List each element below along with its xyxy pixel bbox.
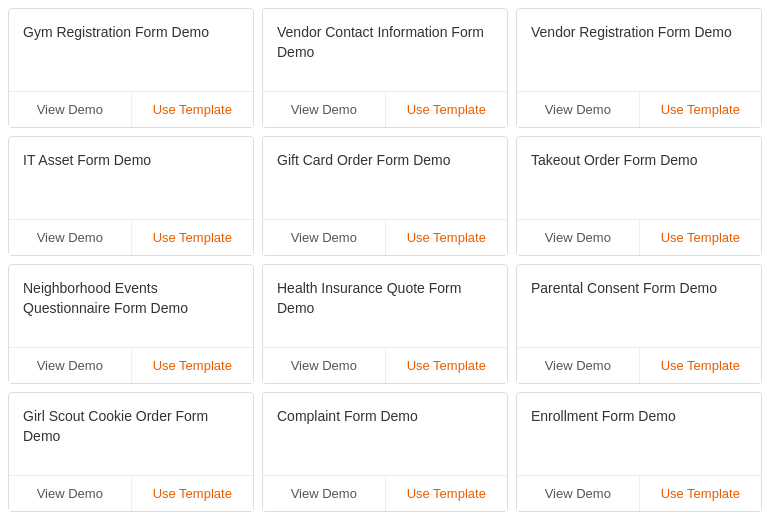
use-template-button-takeout-order[interactable]: Use Template — [640, 220, 762, 255]
card-title-parental-consent: Parental Consent Form Demo — [517, 265, 761, 347]
view-demo-button-gym-registration[interactable]: View Demo — [9, 92, 132, 127]
card-title-neighborhood-events: Neighborhood Events Questionnaire Form D… — [9, 265, 253, 347]
card-health-insurance: Health Insurance Quote Form DemoView Dem… — [262, 264, 508, 384]
view-demo-button-neighborhood-events[interactable]: View Demo — [9, 348, 132, 383]
cards-grid: Gym Registration Form DemoView DemoUse T… — [0, 0, 770, 520]
card-actions-health-insurance: View DemoUse Template — [263, 347, 507, 383]
card-actions-it-asset: View DemoUse Template — [9, 219, 253, 255]
use-template-button-it-asset[interactable]: Use Template — [132, 220, 254, 255]
card-it-asset: IT Asset Form DemoView DemoUse Template — [8, 136, 254, 256]
card-vendor-contact: Vendor Contact Information Form DemoView… — [262, 8, 508, 128]
card-neighborhood-events: Neighborhood Events Questionnaire Form D… — [8, 264, 254, 384]
card-title-girl-scout: Girl Scout Cookie Order Form Demo — [9, 393, 253, 475]
card-title-takeout-order: Takeout Order Form Demo — [517, 137, 761, 219]
view-demo-button-gift-card-order[interactable]: View Demo — [263, 220, 386, 255]
card-takeout-order: Takeout Order Form DemoView DemoUse Temp… — [516, 136, 762, 256]
use-template-button-neighborhood-events[interactable]: Use Template — [132, 348, 254, 383]
view-demo-button-takeout-order[interactable]: View Demo — [517, 220, 640, 255]
use-template-button-health-insurance[interactable]: Use Template — [386, 348, 508, 383]
card-actions-parental-consent: View DemoUse Template — [517, 347, 761, 383]
use-template-button-parental-consent[interactable]: Use Template — [640, 348, 762, 383]
card-title-enrollment: Enrollment Form Demo — [517, 393, 761, 475]
card-actions-complaint: View DemoUse Template — [263, 475, 507, 511]
use-template-button-vendor-contact[interactable]: Use Template — [386, 92, 508, 127]
use-template-button-gym-registration[interactable]: Use Template — [132, 92, 254, 127]
card-complaint: Complaint Form DemoView DemoUse Template — [262, 392, 508, 512]
card-title-vendor-registration: Vendor Registration Form Demo — [517, 9, 761, 91]
card-girl-scout: Girl Scout Cookie Order Form DemoView De… — [8, 392, 254, 512]
card-gym-registration: Gym Registration Form DemoView DemoUse T… — [8, 8, 254, 128]
view-demo-button-enrollment[interactable]: View Demo — [517, 476, 640, 511]
use-template-button-girl-scout[interactable]: Use Template — [132, 476, 254, 511]
card-title-gym-registration: Gym Registration Form Demo — [9, 9, 253, 91]
card-actions-vendor-registration: View DemoUse Template — [517, 91, 761, 127]
card-actions-girl-scout: View DemoUse Template — [9, 475, 253, 511]
view-demo-button-complaint[interactable]: View Demo — [263, 476, 386, 511]
card-vendor-registration: Vendor Registration Form DemoView DemoUs… — [516, 8, 762, 128]
card-actions-gift-card-order: View DemoUse Template — [263, 219, 507, 255]
card-gift-card-order: Gift Card Order Form DemoView DemoUse Te… — [262, 136, 508, 256]
card-actions-gym-registration: View DemoUse Template — [9, 91, 253, 127]
card-actions-neighborhood-events: View DemoUse Template — [9, 347, 253, 383]
view-demo-button-parental-consent[interactable]: View Demo — [517, 348, 640, 383]
view-demo-button-girl-scout[interactable]: View Demo — [9, 476, 132, 511]
use-template-button-complaint[interactable]: Use Template — [386, 476, 508, 511]
card-title-complaint: Complaint Form Demo — [263, 393, 507, 475]
card-actions-takeout-order: View DemoUse Template — [517, 219, 761, 255]
view-demo-button-vendor-contact[interactable]: View Demo — [263, 92, 386, 127]
card-parental-consent: Parental Consent Form DemoView DemoUse T… — [516, 264, 762, 384]
card-title-it-asset: IT Asset Form Demo — [9, 137, 253, 219]
view-demo-button-health-insurance[interactable]: View Demo — [263, 348, 386, 383]
card-enrollment: Enrollment Form DemoView DemoUse Templat… — [516, 392, 762, 512]
card-title-health-insurance: Health Insurance Quote Form Demo — [263, 265, 507, 347]
view-demo-button-it-asset[interactable]: View Demo — [9, 220, 132, 255]
use-template-button-vendor-registration[interactable]: Use Template — [640, 92, 762, 127]
card-title-vendor-contact: Vendor Contact Information Form Demo — [263, 9, 507, 91]
use-template-button-gift-card-order[interactable]: Use Template — [386, 220, 508, 255]
card-title-gift-card-order: Gift Card Order Form Demo — [263, 137, 507, 219]
use-template-button-enrollment[interactable]: Use Template — [640, 476, 762, 511]
card-actions-vendor-contact: View DemoUse Template — [263, 91, 507, 127]
view-demo-button-vendor-registration[interactable]: View Demo — [517, 92, 640, 127]
card-actions-enrollment: View DemoUse Template — [517, 475, 761, 511]
